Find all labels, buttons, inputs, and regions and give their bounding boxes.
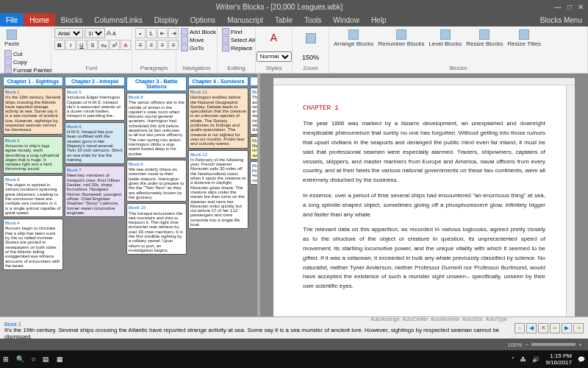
shrink-font-icon[interactable]: A (112, 31, 116, 36)
tab-manuscript[interactable]: Manuscript (221, 13, 269, 26)
auto-number[interactable]: AutoNumber (431, 316, 459, 322)
block-text: Research needed — mid-nineteenth ship na… (252, 144, 257, 158)
story-block[interactable]: Block 10The Intrepid encounters the sea … (126, 203, 187, 255)
underline-button[interactable]: U (76, 40, 87, 50)
task-view-icon[interactable]: ▤ (43, 355, 49, 363)
tab-window[interactable]: Window (327, 13, 365, 26)
zoom-button[interactable] (304, 32, 318, 46)
nav-home-button[interactable]: ⌂ (514, 323, 525, 333)
zoom-in-button[interactable]: + (578, 342, 582, 348)
auto-center[interactable]: AutoCenter (402, 316, 428, 322)
resize-titles-button[interactable]: Resize Titles (506, 28, 542, 49)
nav-left-button[interactable]: ⇐ (550, 323, 560, 333)
story-block[interactable]: Block 9We see orderly chaos as crewmen m… (126, 160, 187, 202)
tab-blocks[interactable]: Blocks (55, 13, 88, 26)
nav-prev-button[interactable]: ◀ (526, 323, 537, 333)
story-block[interactable]: Block 7Meet key members of Intrepid's cr… (65, 166, 125, 217)
nav-next-button[interactable]: ▶ (562, 323, 572, 333)
cut-button[interactable]: Cut (3, 50, 54, 57)
tab-blocks-menu[interactable]: Blocks Menu (534, 13, 588, 26)
numbering-button[interactable]: 1. (146, 28, 157, 38)
column-header[interactable]: Chapter 4 - Survivors (188, 77, 248, 86)
tab-help[interactable]: Help (365, 13, 392, 26)
story-block[interactable]: Block 14Research needed — mid-nineteenth… (250, 136, 257, 160)
tray-volume-icon[interactable]: 🔊 (532, 356, 539, 363)
manuscript-panel[interactable]: CHAPTER 1 The year 1866 was marked by a … (260, 74, 588, 316)
zoom-out-button[interactable]: − (526, 342, 529, 348)
nav-right-button[interactable]: ⇒ (573, 323, 584, 333)
story-block[interactable]: Block 3The object is spotted in various … (3, 175, 63, 217)
group-paragraph-label: Paragraph (135, 65, 173, 71)
arrange-blocks-button[interactable]: Arrange Blocks (332, 28, 375, 49)
auto-arrange[interactable]: AutoArrange (370, 316, 399, 322)
align-left-button[interactable]: ≡ (135, 40, 146, 50)
manuscript-page[interactable]: CHAPTER 1 The year 1866 was marked by a … (273, 78, 575, 316)
nav-expand-button[interactable]: ✕ (538, 323, 548, 333)
bullets-button[interactable]: • (135, 28, 146, 38)
ruler[interactable] (273, 78, 575, 85)
column-header[interactable]: Chapter 1 - Sightings (3, 77, 63, 86)
zoom-slider[interactable] (531, 343, 576, 346)
story-block[interactable]: Block 12In February of the following yea… (188, 150, 248, 230)
search-icon[interactable]: 🔍 (16, 355, 24, 363)
tab-file[interactable]: File (0, 13, 24, 26)
tab-home[interactable]: Home (24, 13, 55, 26)
copy-button[interactable]: Copy (3, 58, 54, 66)
move-button[interactable]: Move (179, 36, 218, 43)
outdent-button[interactable]: ⇤ (157, 28, 168, 38)
story-block[interactable]: Block 8The senior officers are in the mi… (126, 93, 187, 158)
add-block-button[interactable]: Add Block (179, 28, 218, 35)
superscript-button[interactable]: x² (110, 40, 120, 50)
notifications-icon[interactable]: 💬 (578, 356, 585, 363)
taskbar-app-icon[interactable]: ▦ (57, 355, 63, 363)
format-painter-button[interactable]: Format Painter (3, 66, 54, 74)
grow-font-icon[interactable]: A (107, 29, 111, 37)
column-header[interactable]: Chapter 3 - Battle Stations (126, 77, 187, 91)
subscript-button[interactable]: x₂ (98, 40, 109, 50)
story-block[interactable]: Block 2Accounts in ship's logs agree clo… (3, 136, 63, 174)
strike-button[interactable]: S (87, 40, 98, 50)
auto-type[interactable]: AutoType (485, 316, 507, 322)
minimize-button[interactable]: — (554, 3, 562, 11)
select-all-button[interactable]: Select All (220, 36, 257, 43)
story-block[interactable]: Block 6H.M.S. Intrepid has just been out… (65, 122, 125, 164)
maximize-button[interactable]: □ (567, 3, 572, 11)
vertical-scrollbar[interactable] (566, 85, 575, 316)
cortana-icon[interactable]: ○ (32, 355, 35, 363)
goto-button[interactable]: GoTo (179, 44, 218, 52)
align-right-button[interactable]: ≡ (157, 40, 168, 50)
story-block[interactable]: Block 4Rumors begin to circulate that a … (3, 219, 63, 270)
paste-button[interactable]: Paste (3, 28, 21, 49)
tray-up-icon[interactable]: ˄ (512, 356, 514, 363)
font-family-select[interactable]: Arial (54, 28, 83, 38)
close-button[interactable]: ✕ (578, 3, 584, 11)
column-header[interactable]: Chapter 2 - Intrepid (65, 77, 125, 86)
tab-columns[interactable]: Columns/Links (88, 13, 148, 26)
story-block[interactable]: Block 5Introduce Edgar Harrington. Capta… (65, 88, 125, 121)
tab-options[interactable]: Options (184, 13, 221, 26)
font-color-button[interactable]: A (121, 40, 131, 50)
renumber-blocks-button[interactable]: Renumber Blocks (376, 28, 426, 49)
replace-button[interactable]: Replace (220, 44, 257, 52)
story-block[interactable]: Block 15Professor expert. He realizes he… (250, 161, 257, 185)
align-center-button[interactable]: ≡ (146, 40, 157, 50)
story-block[interactable]: Block 1It's the 19th century. Several sh… (3, 88, 63, 135)
font-size-select[interactable]: 10 (85, 28, 105, 38)
resize-blocks-button[interactable]: Resize Blocks (465, 28, 504, 49)
style-select[interactable]: Normal (257, 52, 292, 62)
italic-button[interactable]: I (65, 40, 76, 50)
bold-button[interactable]: B (54, 40, 65, 50)
blocks-panel[interactable]: Chapter 1 - SightingsBlock 1It's the 19t… (0, 74, 257, 316)
story-block[interactable]: Block 11Harrington testifies before the … (188, 88, 248, 149)
story-block[interactable]: Block 13The Moravian survivors are adrif… (250, 88, 257, 135)
tab-table[interactable]: Table (269, 13, 298, 26)
tray-network-icon[interactable]: 🖧 (520, 356, 526, 363)
find-button[interactable]: Find (220, 28, 257, 35)
start-button[interactable]: ⊞ (3, 355, 9, 363)
tab-tools[interactable]: Tools (298, 13, 327, 26)
level-blocks-button[interactable]: Level Blocks (427, 28, 463, 49)
style-aa-icon[interactable]: A (270, 32, 277, 43)
column-header[interactable]: Chapter 5 (250, 77, 257, 86)
auto-size[interactable]: AutoSize (462, 316, 483, 322)
tab-display[interactable]: Display (148, 13, 184, 26)
